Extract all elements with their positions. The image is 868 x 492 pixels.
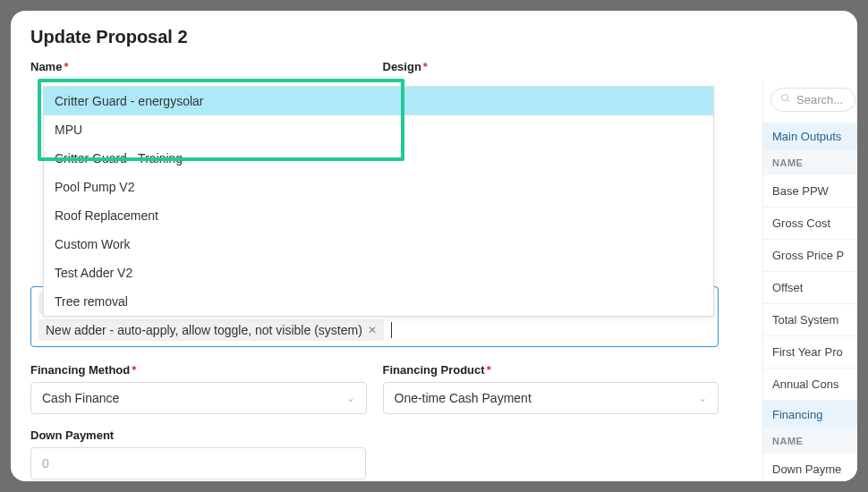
dropdown-option-custom-work[interactable]: Custom Work: [44, 230, 713, 259]
column-header-name: NAME: [763, 428, 857, 454]
modal-title: Update Proposal 2: [30, 27, 838, 47]
dropdown-option-pool-pump-v2[interactable]: Pool Pump V2: [44, 173, 713, 201]
svg-point-0: [782, 95, 788, 101]
dropdown-option-roof-replacement[interactable]: Roof Replacement: [44, 201, 713, 230]
chevron-down-icon: ⌄: [698, 392, 707, 404]
output-row[interactable]: Gross Cost: [763, 208, 857, 240]
dropdown-option-tree-removal[interactable]: Tree removal: [44, 287, 713, 316]
financing-method-select[interactable]: Cash Finance ⌄: [30, 382, 367, 414]
update-proposal-modal: Update Proposal 2 Name* Design* Critter …: [11, 11, 857, 481]
search-input[interactable]: Search...: [770, 88, 855, 112]
search-placeholder: Search...: [796, 93, 843, 106]
tag-remove-icon[interactable]: ✕: [368, 324, 377, 336]
column-header-name: NAME: [763, 150, 857, 175]
output-row[interactable]: Offset: [763, 272, 857, 304]
output-row[interactable]: Annual Cons: [763, 369, 857, 401]
name-label: Name*: [30, 60, 367, 73]
output-row[interactable]: First Year Pro: [763, 336, 857, 369]
down-payment-label: Down Payment: [30, 428, 838, 442]
financing-product-select[interactable]: One-time Cash Payment ⌄: [383, 382, 719, 414]
name-dropdown-list[interactable]: Critter Guard - energysolar MPU Critter …: [43, 86, 714, 317]
output-row[interactable]: Base PPW: [763, 175, 857, 208]
chevron-down-icon: ⌄: [346, 392, 355, 404]
text-cursor: [391, 322, 392, 338]
dropdown-option-critter-guard-training[interactable]: Critter Guard - Training: [44, 144, 713, 173]
financing-row[interactable]: Down Payme: [763, 454, 857, 481]
dropdown-option-mpu[interactable]: MPU: [44, 115, 713, 144]
financing-header: Financing: [763, 401, 857, 428]
main-outputs-header: Main Outputs: [763, 123, 857, 150]
side-panel: Search... Main Outputs NAME Base PPW Gro…: [762, 82, 857, 481]
dropdown-option-critter-guard-energysolar[interactable]: Critter Guard - energysolar: [44, 87, 713, 115]
tag-item[interactable]: New adder - auto-apply, allow toggle, no…: [38, 319, 384, 341]
output-row[interactable]: Gross Price P: [763, 240, 857, 272]
dropdown-option-test-adder-v2[interactable]: Test Adder V2: [44, 259, 713, 287]
svg-line-1: [787, 100, 790, 103]
design-label: Design*: [383, 60, 719, 73]
financing-product-label: Financing Product*: [383, 363, 719, 377]
search-icon: [780, 93, 791, 106]
financing-method-label: Financing Method*: [30, 363, 367, 377]
down-payment-input[interactable]: 0: [30, 447, 366, 479]
output-row[interactable]: Total System: [763, 304, 857, 336]
